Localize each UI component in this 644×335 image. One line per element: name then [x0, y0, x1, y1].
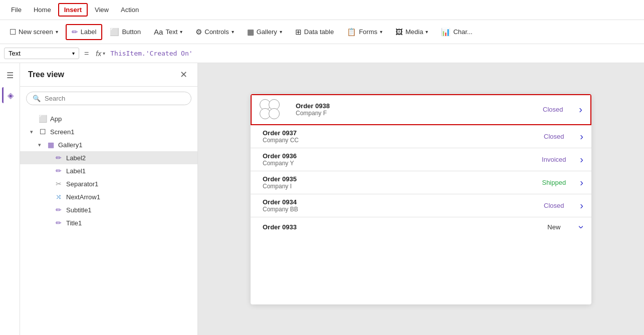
- row-order-2: Order 0937: [263, 129, 528, 137]
- row-icon-group-1: [260, 99, 290, 120]
- canvas-area: Order 0938 Company F Closed Order 0937 C…: [198, 63, 644, 335]
- text-button[interactable]: Aa Text ▾: [148, 25, 188, 39]
- forms-button[interactable]: 📋 Forms ▾: [341, 25, 388, 40]
- row-company-4: Company I: [263, 183, 528, 190]
- tree-label-subtitle1: Subtitle1: [66, 206, 92, 214]
- screen-icon: ☐: [10, 28, 16, 37]
- menu-home[interactable]: Home: [29, 4, 56, 16]
- circle-icon: [269, 108, 280, 119]
- search-icon: 🔍: [33, 95, 41, 102]
- tree-label-app: App: [50, 115, 62, 123]
- menu-insert[interactable]: Insert: [58, 3, 88, 17]
- tree-panel: Tree view ✕ 🔍 ⬜ App ▾ ☐ Screen1 ▾ ▦: [20, 63, 198, 335]
- tree-view-title: Tree view: [28, 70, 64, 79]
- row-status-5: Closed: [534, 202, 574, 209]
- tree-item-gallery1[interactable]: ▾ ▦ Gallery1: [20, 138, 197, 151]
- row-arrow-4: [580, 177, 583, 188]
- tree-search: 🔍: [26, 92, 191, 105]
- chart-button[interactable]: 📊 Char...: [436, 25, 478, 40]
- tree-header: Tree view ✕: [20, 63, 197, 87]
- button-icon: ⬜: [110, 28, 119, 37]
- sidebar-menu-icon[interactable]: ☰: [2, 67, 18, 83]
- equals-sign: =: [82, 49, 91, 58]
- chevron-down-icon: ▾: [280, 29, 282, 35]
- gallery-row-4[interactable]: Order 0935 Company I Shipped: [251, 171, 591, 194]
- app-canvas: Order 0938 Company F Closed Order 0937 C…: [251, 94, 591, 304]
- gallery-row-2[interactable]: Order 0937 Company CC Closed: [251, 125, 591, 148]
- tree-label-label1: Label1: [66, 167, 86, 175]
- tree-label-title1: Title1: [66, 219, 82, 227]
- row-order-3: Order 0936: [263, 152, 528, 160]
- gallery-button[interactable]: ▦ Gallery ▾: [242, 25, 288, 40]
- tree-item-label1[interactable]: ✏ Label1: [20, 164, 197, 177]
- row-status-2: Closed: [534, 133, 574, 140]
- gallery-icon: ▦: [247, 28, 254, 37]
- chevron-down-icon: ▾: [180, 29, 182, 35]
- tree-item-separator1[interactable]: ✂ Separator1: [20, 177, 197, 190]
- tree-label-gallery1: Gallery1: [58, 141, 82, 149]
- row-order-6: Order 0933: [263, 223, 528, 231]
- data-table-button[interactable]: ⊞ Data table: [290, 25, 339, 40]
- menu-file[interactable]: File: [6, 4, 27, 16]
- data-table-icon: ⊞: [295, 28, 302, 37]
- gallery-row-1[interactable]: Order 0938 Company F Closed: [251, 94, 591, 125]
- label-button[interactable]: ✏ Label: [66, 24, 103, 40]
- chevron-down-icon: ▾: [56, 29, 58, 35]
- tree-item-nextarrow1[interactable]: ⤭ NextArrow1: [20, 190, 197, 203]
- menu-view[interactable]: View: [90, 4, 114, 16]
- label-icon: ✏: [72, 28, 78, 37]
- chart-icon: 📊: [441, 28, 451, 37]
- row-company-1: Company F: [296, 110, 527, 117]
- row-order-5: Order 0934: [263, 198, 528, 206]
- screen1-icon: ☐: [38, 128, 47, 136]
- formula-input[interactable]: ThisItem.'Created On': [110, 50, 640, 57]
- button-button[interactable]: ⬜ Button: [104, 25, 146, 40]
- tree-label-separator1: Separator1: [66, 180, 98, 188]
- separator1-icon: ✂: [54, 180, 63, 188]
- tree-expand-screen1: ▾: [28, 129, 35, 135]
- tree-item-subtitle1[interactable]: ✏ Subtitle1: [20, 203, 197, 216]
- row-arrow-2: [580, 131, 583, 142]
- tree-close-button[interactable]: ✕: [178, 68, 189, 81]
- menu-action[interactable]: Action: [116, 4, 144, 16]
- app-icon: ⬜: [38, 115, 47, 123]
- media-icon: 🖼: [395, 28, 403, 36]
- tree-label-label2: Label2: [66, 154, 86, 162]
- search-input[interactable]: [45, 95, 185, 102]
- chevron-down-icon: ▾: [425, 29, 428, 35]
- forms-icon: 📋: [347, 28, 356, 37]
- gallery-row-5[interactable]: Order 0934 Company BB Closed: [251, 194, 591, 217]
- gallery-row-3[interactable]: Order 0936 Company Y Invoiced: [251, 148, 591, 171]
- formula-bar: Text ▾ = fx ▾ ThisItem.'Created On': [0, 44, 644, 63]
- row-status-4: Shipped: [534, 179, 574, 186]
- row-arrow-6: [576, 225, 587, 229]
- controls-button[interactable]: ⚙ Controls ▾: [190, 25, 239, 40]
- label2-icon: ✏: [54, 154, 63, 162]
- tree-expand-gallery1: ▾: [36, 142, 43, 148]
- gallery-list: Order 0938 Company F Closed Order 0937 C…: [251, 94, 591, 304]
- row-company-5: Company BB: [263, 206, 528, 213]
- row-info-4: Order 0935 Company I: [259, 175, 528, 190]
- tree-item-label2[interactable]: ✏ Label2: [20, 151, 197, 164]
- row-company-3: Company Y: [263, 160, 528, 167]
- chevron-down-icon: ▾: [232, 29, 234, 35]
- nextarrow1-icon: ⤭: [54, 193, 63, 201]
- media-button[interactable]: 🖼 Media ▾: [390, 25, 434, 39]
- tree-item-app[interactable]: ⬜ App: [20, 112, 197, 125]
- tree-label-nextarrow1: NextArrow1: [66, 193, 100, 201]
- row-info-6: Order 0933: [259, 223, 528, 231]
- dropdown-chevron-icon: ▾: [72, 51, 75, 56]
- property-dropdown[interactable]: Text ▾: [4, 48, 79, 59]
- tree-label-screen1: Screen1: [50, 128, 74, 136]
- new-screen-button[interactable]: ☐ New screen ▾: [4, 25, 64, 40]
- row-arrow-3: [580, 154, 583, 165]
- sidebar-layers-icon[interactable]: ◈: [2, 87, 18, 103]
- tree-item-screen1[interactable]: ▾ ☐ Screen1: [20, 125, 197, 138]
- tree-item-title1[interactable]: ✏ Title1: [20, 216, 197, 229]
- fx-button[interactable]: fx ▾: [94, 50, 107, 58]
- row-arrow-5: [580, 200, 583, 211]
- gallery-row-6[interactable]: Order 0933 New: [251, 217, 591, 237]
- row-info-5: Order 0934 Company BB: [259, 198, 528, 213]
- menu-bar: File Home Insert View Action: [0, 0, 644, 20]
- fx-chevron-icon: ▾: [103, 51, 105, 56]
